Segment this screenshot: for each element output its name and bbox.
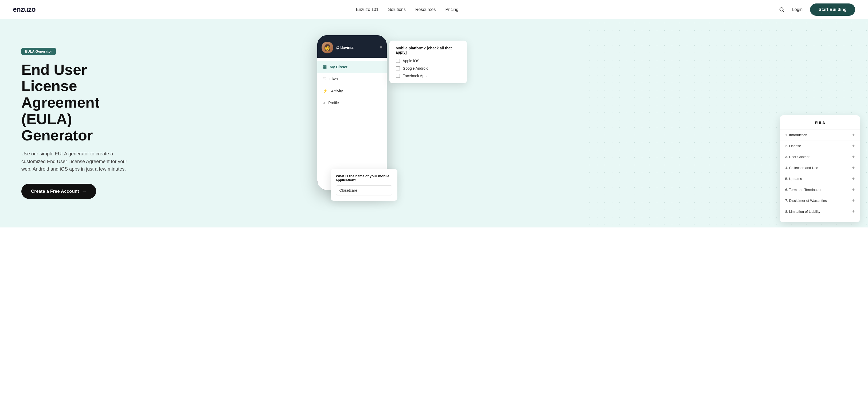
eula-item-2-expand[interactable]: + (852, 154, 855, 159)
eula-item-0-expand[interactable]: + (852, 132, 855, 137)
eula-item-6-expand[interactable]: + (852, 198, 855, 203)
phone-nav-activity: ⚡ Activity (317, 85, 387, 97)
start-building-button[interactable]: Start Building (810, 3, 855, 16)
eula-item-6: 7. Disclaimer of Warranties + (780, 195, 860, 206)
hero-description: Use our simple EULA generator to create … (21, 150, 133, 173)
eula-item-4-expand[interactable]: + (852, 176, 855, 181)
platform-option-ios: Apple iOS (396, 59, 460, 63)
activity-icon: ⚡ (322, 88, 328, 93)
profile-icon: ○ (322, 100, 325, 105)
avatar: 👩 (321, 42, 333, 53)
cta-arrow: → (82, 188, 87, 194)
phone-nav-profile-label: Profile (328, 101, 339, 105)
nav-pricing[interactable]: Pricing (445, 7, 458, 12)
hero-title: End User License Agreement (EULA) Genera… (21, 61, 133, 144)
platform-option-android: Google Android (396, 66, 460, 70)
eula-item-7-expand[interactable]: + (852, 209, 855, 214)
eula-card: EULA 1. Introduction + 2. License + 3. U… (780, 115, 860, 222)
hero-illustration: 👩 @f.lavinia ≡ ▦ My Closet ♡ Likes (304, 19, 868, 227)
phone-nav-mycloset: ▦ My Closet (317, 61, 387, 73)
platform-card-title: Mobile platform? [check all that apply] (396, 46, 460, 55)
facebook-label: Facebook App (403, 74, 427, 78)
login-link[interactable]: Login (792, 7, 803, 12)
svg-line-1 (783, 11, 784, 12)
eula-item-3-label: 4. Collection and Use (785, 166, 818, 170)
mycloset-icon: ▦ (322, 64, 327, 69)
phone-mockup: 👩 @f.lavinia ≡ ▦ My Closet ♡ Likes (317, 35, 387, 190)
eula-item-1-label: 2. License (785, 144, 801, 148)
navbar-right: Login Start Building (779, 3, 855, 16)
phone-nav-activity-label: Activity (331, 89, 343, 93)
likes-icon: ♡ (322, 76, 327, 82)
platform-option-facebook: Facebook App (396, 74, 460, 78)
eula-item-5-expand[interactable]: + (852, 187, 855, 192)
eula-card-title: EULA (780, 121, 860, 129)
eula-item-2-label: 3. User Content (785, 155, 809, 159)
eula-item-7: 8. Limitation of Liability + (780, 206, 860, 217)
eula-item-1-expand[interactable]: + (852, 144, 855, 148)
ios-label: Apple iOS (403, 59, 420, 63)
phone-nav-profile: ○ Profile (317, 97, 387, 109)
eula-item-3: 4. Collection and Use + (780, 162, 860, 173)
eula-item-5-label: 6. Term and Termination (785, 188, 822, 192)
phone-header: 👩 @f.lavinia ≡ (317, 35, 387, 58)
eula-item-0: 1. Introduction + (780, 129, 860, 140)
eula-item-4-label: 5. Updates (785, 177, 802, 181)
eula-item-4: 5. Updates + (780, 173, 860, 184)
cta-label: Create a Free Account (31, 189, 79, 194)
nav-resources[interactable]: Resources (415, 7, 436, 12)
hero-badge: EULA Generator (21, 48, 56, 55)
eula-item-7-label: 8. Limitation of Liability (785, 210, 820, 214)
phone-screen: 👩 @f.lavinia ≡ ▦ My Closet ♡ Likes (317, 35, 387, 190)
phone-nav-likes-label: Likes (330, 77, 338, 81)
search-icon (779, 7, 785, 12)
hero-section: EULA Generator End User License Agreemen… (0, 19, 868, 227)
app-name-label: What is the name of your mobile applicat… (336, 174, 392, 182)
cta-button[interactable]: Create a Free Account → (21, 184, 96, 199)
facebook-checkbox[interactable] (396, 74, 400, 78)
hero-content: EULA Generator End User License Agreemen… (0, 26, 155, 220)
eula-item-5: 6. Term and Termination + (780, 184, 860, 195)
eula-item-0-label: 1. Introduction (785, 133, 807, 137)
navbar: enzuzo Enzuzo 101 Solutions Resources Pr… (0, 0, 868, 19)
phone-menu-icon: ≡ (380, 45, 382, 50)
eula-item-1: 2. License + (780, 140, 860, 151)
android-label: Google Android (403, 66, 429, 70)
phone-username: @f.lavinia (336, 45, 380, 50)
ios-checkbox[interactable] (396, 59, 400, 63)
eula-item-2: 3. User Content + (780, 151, 860, 162)
platform-card: Mobile platform? [check all that apply] … (390, 40, 467, 83)
app-name-input[interactable] (336, 185, 392, 195)
eula-item-3-expand[interactable]: + (852, 165, 855, 170)
logo: enzuzo (13, 5, 35, 13)
nav-enzuzo101[interactable]: Enzuzo 101 (356, 7, 379, 12)
nav-solutions[interactable]: Solutions (388, 7, 406, 12)
phone-nav-likes: ♡ Likes (317, 73, 387, 85)
phone-nav-mycloset-label: My Closet (330, 65, 347, 69)
android-checkbox[interactable] (396, 66, 400, 70)
eula-item-6-label: 7. Disclaimer of Warranties (785, 199, 827, 202)
app-name-card: What is the name of your mobile applicat… (331, 169, 397, 201)
search-button[interactable] (779, 7, 785, 12)
nav-menu: Enzuzo 101 Solutions Resources Pricing (356, 7, 459, 12)
